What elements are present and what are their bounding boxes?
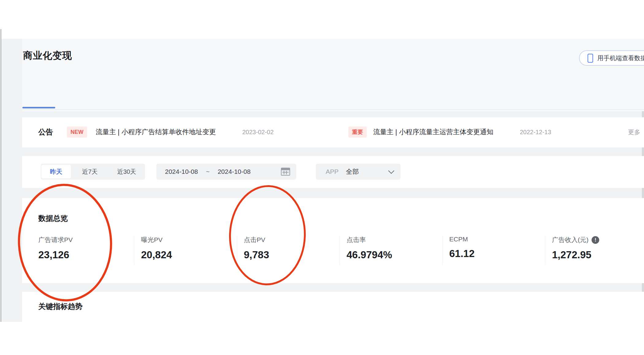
metric-ad-request-pv: 广告请求PV 23,126 <box>38 236 136 261</box>
metric-label: 点击PV <box>244 236 342 244</box>
announcement-bar: 公告 NEW 流量主 | 小程序广告结算单收件地址变更 2023-02-02 重… <box>22 117 644 147</box>
metric-ad-revenue: 广告收入(元) ! 1,272.95 <box>552 236 644 261</box>
calendar-icon <box>281 168 290 176</box>
date-range-start: 2024-10-08 <box>165 168 198 175</box>
quick-range-yesterday[interactable]: 昨天 <box>41 165 71 178</box>
view-on-mobile-label: 用手机端查看数据 <box>597 54 644 62</box>
metric-value: 20,824 <box>141 249 239 261</box>
app-filter-select[interactable]: APP 全部 <box>316 164 401 180</box>
trend-section-title: 关键指标趋势 <box>38 302 82 311</box>
quick-range-7days[interactable]: 近7天 <box>71 165 108 178</box>
date-range-separator: ~ <box>206 168 209 175</box>
metric-divider <box>134 236 134 265</box>
announcement-section-label: 公告 <box>38 126 53 138</box>
page-title: 商业化变现 <box>23 49 72 62</box>
data-overview-section: 数据总览 广告请求PV 23,126 曝光PV 20,824 点击PV 9,78… <box>22 198 644 283</box>
metric-divider <box>339 236 340 265</box>
metric-divider <box>442 236 443 265</box>
metric-click-pv: 点击PV 9,783 <box>244 236 342 261</box>
app-filter-label: APP <box>326 168 339 175</box>
metric-click-rate: 点击率 46.9794% <box>347 236 445 261</box>
announcement-date-2: 2022-12-13 <box>520 127 551 138</box>
date-range-picker[interactable]: 2024-10-08 ~ 2024-10-08 <box>156 164 296 180</box>
metric-impression-pv: 曝光PV 20,824 <box>141 236 239 261</box>
phone-icon <box>588 54 593 63</box>
announcement-link-2[interactable]: 流量主 | 小程序流量主运营主体变更通知 <box>373 127 493 138</box>
metric-label: 曝光PV <box>141 236 239 244</box>
metric-label: 广告收入(元) <box>552 236 588 244</box>
announcement-link-1[interactable]: 流量主 | 小程序广告结算单收件地址变更 <box>96 127 216 138</box>
key-metric-trend-section: 关键指标趋势 <box>22 292 644 322</box>
announcement-date-1: 2023-02-02 <box>242 127 274 138</box>
metric-value: 9,783 <box>244 249 342 261</box>
data-overview-title: 数据总览 <box>38 213 68 223</box>
quick-range-30days[interactable]: 近30天 <box>108 165 145 178</box>
quick-date-segmented-control: 昨天 近7天 近30天 <box>41 164 145 180</box>
announcement-badge-important: 重要 <box>348 127 367 138</box>
left-edge-rule <box>1 29 1 322</box>
view-on-mobile-button[interactable]: 用手机端查看数据 <box>579 50 644 66</box>
metric-divider <box>545 236 545 265</box>
date-range-end: 2024-10-08 <box>218 168 251 175</box>
metric-ecpm: ECPM 61.12 <box>449 236 547 259</box>
metric-value: 1,272.95 <box>552 249 644 261</box>
filter-bar: 昨天 近7天 近30天 2024-10-08 ~ 2024-10-08 APP … <box>22 156 644 188</box>
metric-divider <box>237 236 237 265</box>
metric-value: 61.12 <box>449 248 547 259</box>
active-tab-underline <box>22 107 55 108</box>
app-filter-value: 全部 <box>346 167 359 176</box>
chevron-down-icon <box>388 168 394 174</box>
header-section: 商业化变现 广告数据 广告管理 收入结算 账号设置 <box>22 39 644 111</box>
metric-label: ECPM <box>449 236 547 243</box>
metric-label: 广告请求PV <box>38 236 136 244</box>
info-icon[interactable]: ! <box>592 236 599 244</box>
metric-value: 46.9794% <box>347 249 445 261</box>
announcement-more-link[interactable]: 更多 <box>628 127 640 138</box>
metric-label: 点击率 <box>347 236 445 244</box>
announcement-badge-new: NEW <box>67 127 87 138</box>
tab-divider <box>22 109 644 110</box>
metric-value: 23,126 <box>38 249 136 261</box>
